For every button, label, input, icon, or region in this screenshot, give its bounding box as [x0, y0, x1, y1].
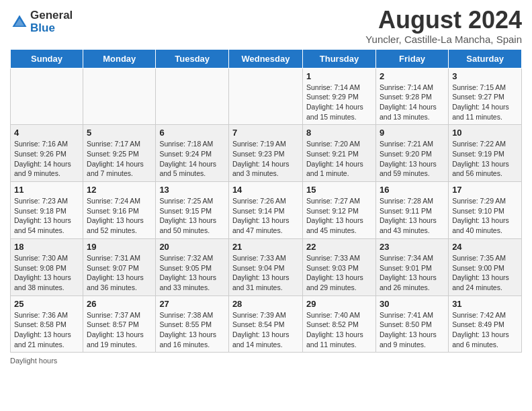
- day-cell: 10Sunrise: 7:22 AM Sunset: 9:19 PM Dayli…: [449, 125, 522, 182]
- day-number: 20: [159, 242, 225, 252]
- day-info: Sunrise: 7:24 AM Sunset: 9:16 PM Dayligh…: [87, 196, 152, 236]
- page-header: General Blue August 2024 Yuncler, Castil…: [10, 7, 522, 45]
- day-number: 7: [232, 128, 299, 138]
- column-header-saturday: Saturday: [449, 49, 522, 68]
- day-cell: 6Sunrise: 7:18 AM Sunset: 9:24 PM Daylig…: [156, 125, 229, 182]
- day-cell: 26Sunrise: 7:37 AM Sunset: 8:57 PM Dayli…: [83, 295, 156, 353]
- day-number: 17: [452, 185, 518, 195]
- day-number: 8: [306, 128, 372, 138]
- day-info: Sunrise: 7:25 AM Sunset: 9:15 PM Dayligh…: [159, 196, 225, 236]
- day-number: 13: [159, 185, 225, 195]
- day-cell: 8Sunrise: 7:20 AM Sunset: 9:21 PM Daylig…: [303, 125, 376, 182]
- day-cell: 27Sunrise: 7:38 AM Sunset: 8:55 PM Dayli…: [156, 295, 229, 353]
- column-header-thursday: Thursday: [303, 49, 376, 68]
- week-row-4: 18Sunrise: 7:30 AM Sunset: 9:08 PM Dayli…: [11, 238, 522, 295]
- day-number: 18: [14, 242, 79, 252]
- day-cell: 20Sunrise: 7:32 AM Sunset: 9:05 PM Dayli…: [156, 238, 229, 295]
- day-number: 5: [87, 128, 152, 138]
- day-cell: 19Sunrise: 7:31 AM Sunset: 9:07 PM Dayli…: [83, 238, 156, 295]
- day-cell: 7Sunrise: 7:19 AM Sunset: 9:23 PM Daylig…: [228, 125, 302, 182]
- day-info: Sunrise: 7:15 AM Sunset: 9:27 PM Dayligh…: [452, 83, 518, 122]
- day-cell: 13Sunrise: 7:25 AM Sunset: 9:15 PM Dayli…: [156, 182, 229, 239]
- day-info: Sunrise: 7:20 AM Sunset: 9:21 PM Dayligh…: [306, 139, 372, 179]
- day-cell: 21Sunrise: 7:33 AM Sunset: 9:04 PM Dayli…: [228, 238, 302, 295]
- day-number: 2: [380, 71, 445, 81]
- day-info: Sunrise: 7:26 AM Sunset: 9:14 PM Dayligh…: [232, 196, 299, 236]
- day-info: Sunrise: 7:35 AM Sunset: 9:00 PM Dayligh…: [452, 253, 518, 293]
- day-cell: 1Sunrise: 7:14 AM Sunset: 9:29 PM Daylig…: [303, 68, 376, 125]
- day-cell: 5Sunrise: 7:17 AM Sunset: 9:25 PM Daylig…: [83, 125, 156, 182]
- day-info: Sunrise: 7:23 AM Sunset: 9:18 PM Dayligh…: [14, 196, 79, 236]
- column-header-monday: Monday: [83, 49, 156, 68]
- day-info: Sunrise: 7:16 AM Sunset: 9:26 PM Dayligh…: [14, 139, 79, 179]
- day-number: 6: [159, 128, 225, 138]
- logo-icon: [10, 13, 29, 32]
- day-number: 22: [306, 242, 372, 252]
- day-number: 21: [232, 242, 299, 252]
- day-number: 31: [452, 299, 518, 309]
- day-info: Sunrise: 7:21 AM Sunset: 9:20 PM Dayligh…: [380, 139, 445, 179]
- day-number: 9: [380, 128, 445, 138]
- day-cell: 17Sunrise: 7:29 AM Sunset: 9:10 PM Dayli…: [449, 182, 522, 239]
- day-info: Sunrise: 7:27 AM Sunset: 9:12 PM Dayligh…: [306, 196, 372, 236]
- day-info: Sunrise: 7:33 AM Sunset: 9:04 PM Dayligh…: [232, 253, 299, 293]
- day-info: Sunrise: 7:41 AM Sunset: 8:50 PM Dayligh…: [380, 310, 445, 350]
- column-header-friday: Friday: [376, 49, 449, 68]
- day-cell: 22Sunrise: 7:33 AM Sunset: 9:03 PM Dayli…: [303, 238, 376, 295]
- day-number: 25: [14, 299, 79, 309]
- week-row-2: 4Sunrise: 7:16 AM Sunset: 9:26 PM Daylig…: [11, 125, 522, 182]
- day-info: Sunrise: 7:19 AM Sunset: 9:23 PM Dayligh…: [232, 139, 299, 179]
- day-cell: 11Sunrise: 7:23 AM Sunset: 9:18 PM Dayli…: [11, 182, 83, 239]
- day-info: Sunrise: 7:28 AM Sunset: 9:11 PM Dayligh…: [380, 196, 445, 236]
- day-cell: 16Sunrise: 7:28 AM Sunset: 9:11 PM Dayli…: [376, 182, 449, 239]
- column-header-sunday: Sunday: [11, 49, 83, 68]
- column-header-wednesday: Wednesday: [228, 49, 302, 68]
- day-number: 26: [87, 299, 152, 309]
- logo-general-text: General: [30, 9, 73, 22]
- day-cell: 23Sunrise: 7:34 AM Sunset: 9:01 PM Dayli…: [376, 238, 449, 295]
- day-info: Sunrise: 7:22 AM Sunset: 9:19 PM Dayligh…: [452, 139, 518, 179]
- day-number: 30: [380, 299, 445, 309]
- day-number: 15: [306, 185, 372, 195]
- day-number: 14: [232, 185, 299, 195]
- day-cell: 15Sunrise: 7:27 AM Sunset: 9:12 PM Dayli…: [303, 182, 376, 239]
- day-cell: [11, 68, 83, 125]
- day-cell: 25Sunrise: 7:36 AM Sunset: 8:58 PM Dayli…: [11, 295, 83, 353]
- day-cell: 2Sunrise: 7:14 AM Sunset: 9:28 PM Daylig…: [376, 68, 449, 125]
- day-cell: 9Sunrise: 7:21 AM Sunset: 9:20 PM Daylig…: [376, 125, 449, 182]
- day-cell: 29Sunrise: 7:40 AM Sunset: 8:52 PM Dayli…: [303, 295, 376, 353]
- day-number: 10: [452, 128, 518, 138]
- day-info: Sunrise: 7:32 AM Sunset: 9:05 PM Dayligh…: [159, 253, 225, 293]
- day-info: Sunrise: 7:14 AM Sunset: 9:29 PM Dayligh…: [306, 83, 372, 122]
- day-number: 1: [306, 71, 372, 81]
- day-cell: 28Sunrise: 7:39 AM Sunset: 8:54 PM Dayli…: [228, 295, 302, 353]
- calendar-title: August 2024: [365, 7, 522, 34]
- day-number: 24: [452, 242, 518, 252]
- day-info: Sunrise: 7:37 AM Sunset: 8:57 PM Dayligh…: [87, 310, 152, 350]
- day-info: Sunrise: 7:29 AM Sunset: 9:10 PM Dayligh…: [452, 196, 518, 236]
- day-header-row: SundayMondayTuesdayWednesdayThursdayFrid…: [11, 49, 522, 68]
- day-cell: 3Sunrise: 7:15 AM Sunset: 9:27 PM Daylig…: [449, 68, 522, 125]
- day-number: 23: [380, 242, 445, 252]
- day-number: 19: [87, 242, 152, 252]
- day-number: 11: [14, 185, 79, 195]
- day-info: Sunrise: 7:30 AM Sunset: 9:08 PM Dayligh…: [14, 253, 79, 293]
- calendar-table: SundayMondayTuesdayWednesdayThursdayFrid…: [10, 49, 522, 353]
- day-info: Sunrise: 7:36 AM Sunset: 8:58 PM Dayligh…: [14, 310, 79, 350]
- calendar-subtitle: Yuncler, Castille-La Mancha, Spain: [365, 34, 522, 45]
- day-info: Sunrise: 7:38 AM Sunset: 8:55 PM Dayligh…: [159, 310, 225, 350]
- day-cell: [156, 68, 229, 125]
- day-cell: 18Sunrise: 7:30 AM Sunset: 9:08 PM Dayli…: [11, 238, 83, 295]
- week-row-3: 11Sunrise: 7:23 AM Sunset: 9:18 PM Dayli…: [11, 182, 522, 239]
- day-number: 29: [306, 299, 372, 309]
- day-info: Sunrise: 7:33 AM Sunset: 9:03 PM Dayligh…: [306, 253, 372, 293]
- day-cell: [228, 68, 302, 125]
- week-row-5: 25Sunrise: 7:36 AM Sunset: 8:58 PM Dayli…: [11, 295, 522, 353]
- day-info: Sunrise: 7:31 AM Sunset: 9:07 PM Dayligh…: [87, 253, 152, 293]
- day-info: Sunrise: 7:14 AM Sunset: 9:28 PM Dayligh…: [380, 83, 445, 122]
- footer-text: Daylight hours: [10, 357, 57, 365]
- day-cell: [83, 68, 156, 125]
- day-cell: 12Sunrise: 7:24 AM Sunset: 9:16 PM Dayli…: [83, 182, 156, 239]
- day-number: 3: [452, 71, 518, 81]
- day-info: Sunrise: 7:42 AM Sunset: 8:49 PM Dayligh…: [452, 310, 518, 350]
